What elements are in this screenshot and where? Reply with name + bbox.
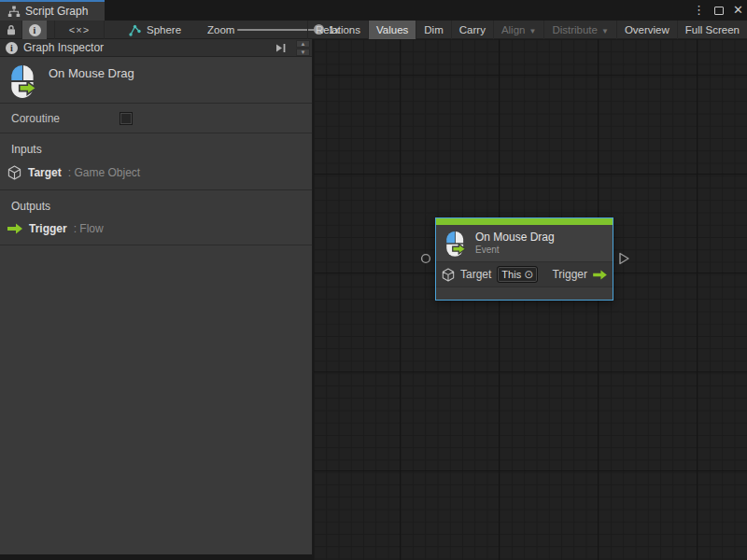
output-row-trigger: Trigger : Flow — [0, 220, 312, 237]
object-picker-icon[interactable]: ⊙ — [524, 269, 533, 280]
tab-script-graph[interactable]: Script Graph — [0, 0, 105, 21]
input-name: Target — [28, 166, 62, 179]
input-type: : Game Object — [68, 166, 140, 179]
output-name: Trigger — [29, 222, 67, 235]
distribute-dropdown[interactable]: Distribute ▼ — [543, 21, 616, 39]
chevron-down-icon: ▼ — [601, 27, 609, 35]
relations-label: Relations — [316, 24, 360, 35]
tab-title: Script Graph — [25, 5, 88, 18]
event-node-color-bar — [436, 218, 613, 225]
target-object-field[interactable]: This ⊙ — [497, 266, 538, 283]
node-port-row: Target This ⊙ Trigger — [436, 261, 613, 287]
output-type: : Flow — [74, 222, 104, 235]
csharp-preview-button[interactable]: <×> — [54, 21, 105, 39]
overview-label: Overview — [625, 24, 669, 35]
flow-arrow-icon — [593, 270, 607, 280]
graph-owner-label: Sphere — [147, 24, 181, 35]
node-title: On Mouse Drag — [475, 231, 555, 245]
node-footer — [436, 287, 613, 300]
distribute-label: Distribute — [552, 24, 598, 35]
graph-canvas[interactable]: On Mouse Drag Event Target This ⊙ Trigge… — [314, 39, 747, 560]
graph-inspector-header: i Graph Inspector — [0, 39, 312, 57]
relations-button[interactable]: Relations — [307, 21, 368, 39]
node-header: On Mouse Drag Event — [436, 225, 613, 261]
window-close-icon[interactable]: ✕ — [733, 0, 743, 21]
trigger-output-port[interactable] — [618, 252, 630, 265]
info-icon: i — [29, 24, 41, 36]
script-graph-icon — [7, 6, 21, 18]
outputs-title: Outputs — [0, 197, 312, 220]
on-mouse-drag-node[interactable]: On Mouse Drag Event Target This ⊙ Trigge… — [435, 217, 613, 301]
coroutine-label: Coroutine — [11, 112, 120, 125]
graph-inspector-panel: i Graph Inspector ▲ ▼ On Mouse Drag Coro… — [0, 39, 313, 557]
inspected-node-title: On Mouse Drag — [49, 64, 134, 80]
inputs-section: Inputs Target : Game Object — [0, 133, 312, 190]
coroutine-row: Coroutine — [0, 104, 312, 133]
values-label: Values — [376, 24, 408, 35]
node-subtitle: Event — [475, 245, 555, 257]
zoom-label: Zoom — [207, 21, 234, 39]
fullscreen-label: Full Screen — [685, 24, 740, 35]
window-maximize-icon[interactable] — [714, 7, 724, 15]
align-label: Align — [501, 24, 526, 35]
graph-toolbar: i <×> Sphere Zoom 1x Relations Values Di… — [0, 21, 747, 39]
carry-button[interactable]: Carry — [451, 21, 493, 39]
panel-scroll-spinner: ▲ ▼ — [296, 40, 310, 56]
values-button[interactable]: Values — [368, 21, 416, 39]
carry-label: Carry — [459, 24, 486, 35]
lock-button[interactable] — [0, 21, 22, 39]
fullscreen-button[interactable]: Full Screen — [677, 21, 747, 39]
lock-icon — [6, 24, 17, 35]
overview-button[interactable]: Overview — [616, 21, 677, 39]
graph-inspector-title: Graph Inspector — [23, 41, 104, 54]
outputs-section: Outputs Trigger : Flow — [0, 190, 312, 245]
target-input-port[interactable] — [420, 253, 431, 264]
scroll-down-button[interactable]: ▼ — [296, 49, 310, 56]
dim-label: Dim — [424, 24, 443, 35]
graph-owner-button[interactable]: Sphere — [123, 21, 204, 39]
cube-icon — [7, 165, 21, 180]
flow-arrow-icon — [7, 223, 22, 234]
info-icon: i — [6, 42, 18, 54]
target-object-value: This — [501, 269, 521, 280]
inspected-node-header: On Mouse Drag — [0, 57, 312, 104]
cube-icon — [442, 268, 455, 282]
code-icon: <×> — [69, 24, 90, 35]
input-row-target: Target : Game Object — [0, 163, 312, 182]
window-tab-bar: Script Graph ⋮ ✕ — [0, 0, 747, 21]
on-mouse-drag-icon — [444, 231, 468, 257]
graph-asset-icon — [129, 24, 141, 36]
dim-button[interactable]: Dim — [416, 21, 450, 39]
inputs-title: Inputs — [0, 140, 312, 163]
on-mouse-drag-icon — [7, 64, 39, 98]
window-menu-icon[interactable]: ⋮ — [693, 0, 705, 21]
scroll-up-button[interactable]: ▲ — [296, 40, 310, 48]
dock-panel-button[interactable] — [275, 43, 288, 53]
node-output-label: Trigger — [552, 268, 587, 281]
inspector-toggle-button[interactable]: i — [22, 21, 47, 39]
coroutine-checkbox[interactable] — [120, 112, 133, 125]
chevron-down-icon: ▼ — [529, 27, 536, 35]
align-dropdown[interactable]: Align ▼ — [493, 21, 544, 39]
node-input-label: Target — [460, 268, 491, 281]
